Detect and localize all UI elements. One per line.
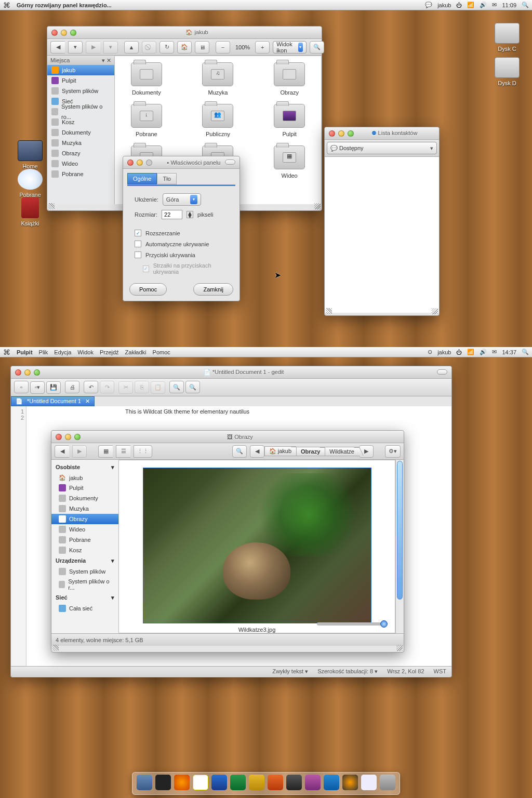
open-button[interactable]: ▫▾ [30, 381, 45, 394]
side-sysplikow[interactable]: System plików [51, 566, 118, 577]
gedit-titlebar[interactable]: 📄 *Untitled Document 1 - gedit [11, 366, 451, 379]
image-thumbnail[interactable] [143, 468, 371, 623]
mail-tray-icon[interactable]: ✉ [492, 2, 497, 8]
crumb-jakub[interactable]: 🏠 jakub [264, 446, 296, 456]
minimize-button[interactable] [137, 159, 143, 166]
dock-trash[interactable] [380, 775, 395, 790]
close-button[interactable] [329, 130, 335, 137]
contacts-titlebar[interactable]: ⚉ Lista kontaktów [325, 127, 439, 140]
volume-tray-icon[interactable]: 🔊 [480, 2, 487, 8]
actions-button[interactable]: ⚙▾ [385, 445, 401, 458]
reload-button[interactable]: ↻ [159, 41, 174, 54]
search-button[interactable]: 🔍 [232, 445, 247, 458]
group-siec[interactable]: Sieć▾ [51, 592, 118, 603]
zoom-button[interactable] [74, 434, 81, 440]
user-label[interactable]: jakub [437, 349, 451, 355]
dock-draw[interactable] [249, 775, 264, 790]
dock-office[interactable] [211, 775, 227, 790]
side-dokumenty[interactable]: Dokumenty [51, 493, 118, 503]
zoom-in-button[interactable]: + [255, 41, 270, 54]
nautilus-titlebar[interactable]: 🏠 jakub [47, 26, 322, 39]
dock-clock[interactable] [286, 775, 302, 790]
dock-paint[interactable] [305, 775, 321, 790]
zoom-button[interactable] [70, 30, 76, 36]
app-name[interactable]: Pulpit [17, 349, 33, 355]
contacts-list[interactable] [325, 157, 439, 313]
side-kosz[interactable]: Kosz [51, 545, 118, 555]
zoom-button[interactable] [34, 369, 40, 376]
desktop-icon-home[interactable]: Home [15, 140, 46, 169]
side-obrazy[interactable]: Obrazy [51, 514, 118, 524]
view-list[interactable]: ☰ [116, 445, 130, 458]
close-tab-icon[interactable]: ✕ [85, 398, 90, 405]
sidebar-item-muzyka[interactable]: Muzyka [47, 138, 114, 148]
volume-tray-icon[interactable]: 🔊 [480, 349, 487, 355]
zoom-out-button[interactable]: − [216, 41, 230, 54]
search-button[interactable]: 🔍 [310, 41, 324, 54]
resize-grip[interactable] [396, 645, 403, 651]
menu-plik[interactable]: Plik [39, 349, 48, 355]
redo-button[interactable]: ↷ [100, 381, 114, 393]
view-combo[interactable]: Widok ikon▾ [273, 41, 307, 54]
help-button[interactable]: Pomoc [129, 283, 167, 296]
crumb-wildkatze[interactable]: Wildkatze [325, 447, 359, 456]
forward-button[interactable]: ▶ [86, 41, 100, 54]
home-button[interactable]: 🏠 [177, 41, 192, 54]
dock-notes[interactable] [193, 775, 208, 790]
search-tray-icon[interactable]: 🔍 [522, 349, 529, 355]
resize-grip[interactable] [52, 645, 59, 651]
copy-button[interactable]: ⎘ [135, 381, 149, 393]
dock-files[interactable] [137, 775, 152, 790]
menu-przejdz[interactable]: Przejdź [100, 349, 119, 355]
menu-pomoc[interactable]: Pomoc [153, 349, 170, 355]
desktop-icon-dyskc[interactable]: Dysk C [491, 23, 523, 52]
clock[interactable]: 11:09 [502, 2, 516, 8]
folder-wideo[interactable]: ▦Wideo [264, 145, 315, 179]
zoom-level[interactable]: 100% [233, 44, 252, 50]
close-dialog-button[interactable]: Zamknij [193, 283, 233, 296]
paste-button[interactable]: 📋 [151, 381, 165, 394]
back-button[interactable]: ◀ [55, 445, 69, 458]
dock-ubuntu[interactable] [342, 775, 358, 790]
minimize-button[interactable] [65, 434, 71, 440]
apple-menu-icon[interactable]: ⌘ [3, 1, 10, 9]
tab-ogolne[interactable]: Ogólne [127, 173, 157, 184]
menu-zakladki[interactable]: Zakładki [125, 349, 147, 355]
side-muzyka[interactable]: Muzyka [51, 503, 118, 514]
group-osobiste[interactable]: Osobiste▾ [51, 462, 118, 473]
minimize-button[interactable] [24, 369, 31, 376]
side-sysplikow2[interactable]: System plików o r... [51, 577, 118, 592]
power-tray-icon[interactable]: ⏻ [456, 349, 462, 355]
folder-muzyka[interactable]: ♫Muzyka [193, 62, 244, 96]
up-button[interactable]: ▲ [124, 41, 139, 54]
side-calasiec[interactable]: Cała sieć [51, 603, 118, 614]
computer-button[interactable]: 🖥 [195, 41, 209, 54]
chk-expand[interactable]: ✓ [135, 230, 141, 236]
syntax-combo[interactable]: Zwykły tekst ▾ [272, 668, 308, 675]
user-label[interactable]: jakub [437, 2, 451, 8]
zoom-knob[interactable] [380, 620, 388, 628]
menubar-title[interactable]: Górny rozwijany panel krawędzio... [17, 2, 112, 8]
forward-button[interactable]: ▶ [72, 445, 87, 458]
sidebar-header[interactable]: Miejsca▾ ✕ [47, 56, 114, 65]
sidebar-item-obrazy[interactable]: Obrazy [47, 148, 114, 158]
chk-hidebuttons[interactable] [135, 251, 141, 258]
save-button[interactable]: 💾 [46, 381, 61, 394]
close-button[interactable] [15, 369, 21, 376]
replace-button[interactable]: 🔍 [185, 381, 200, 393]
size-spinner[interactable] [162, 210, 182, 219]
spin-down[interactable]: ▼ [187, 215, 193, 218]
chat-tray-icon[interactable]: ⊙ [428, 349, 432, 355]
resize-grip[interactable] [48, 203, 55, 209]
cut-button[interactable]: ✂ [118, 381, 133, 394]
minimize-button[interactable] [61, 30, 67, 36]
sidebar-item-system[interactable]: System plików [47, 86, 114, 96]
power-tray-icon[interactable]: ⏻ [456, 2, 462, 8]
resize-grip[interactable] [314, 203, 321, 209]
group-urzadzenia[interactable]: Urządzenia▾ [51, 555, 118, 566]
dialog-titlebar[interactable]: ▪ Właściwości panelu [123, 156, 240, 169]
desktop-icon-pobrane[interactable]: Pobrane [15, 169, 46, 198]
back-menu-button[interactable]: ▾ [68, 41, 83, 54]
scrollbar-thumb[interactable] [397, 461, 403, 600]
find-button[interactable]: 🔍 [169, 381, 184, 393]
